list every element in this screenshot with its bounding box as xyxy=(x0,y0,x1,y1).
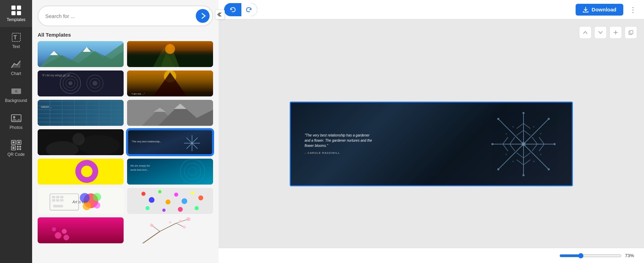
download-label: Download xyxy=(592,7,616,12)
template-thumb-2[interactable] xyxy=(127,41,213,67)
svg-rect-1 xyxy=(17,6,21,10)
sidebar-item-chart[interactable]: Chart xyxy=(0,54,32,81)
template-thumb-14[interactable] xyxy=(127,217,213,243)
svg-rect-111 xyxy=(38,217,124,243)
template-thumb-8[interactable]: "The very best relationship... xyxy=(127,129,213,155)
svg-point-102 xyxy=(165,199,170,204)
sidebar-item-photos[interactable]: Photos xyxy=(0,108,32,135)
download-button[interactable]: Download xyxy=(576,4,623,16)
svg-text:Art is Life: Art is Life xyxy=(72,200,88,204)
svg-point-39 xyxy=(93,81,97,86)
svg-line-133 xyxy=(517,123,523,129)
svg-text:We are simply the: We are simply the xyxy=(130,165,150,167)
svg-point-105 xyxy=(191,191,194,195)
undo-redo-group xyxy=(224,3,257,16)
svg-point-150 xyxy=(522,143,525,145)
svg-point-103 xyxy=(174,192,178,197)
template-thumb-9[interactable] xyxy=(38,159,124,185)
collapse-panel-button[interactable] xyxy=(215,10,225,19)
sidebar-item-qrcode[interactable]: QR Code xyxy=(0,135,32,162)
svg-line-148 xyxy=(532,144,537,151)
slide-background: "The very best relationship has a garden… xyxy=(291,103,572,185)
panel-header xyxy=(32,0,219,29)
sidebar-item-label: Background xyxy=(5,98,27,103)
svg-point-157 xyxy=(548,118,550,120)
template-thumb-11[interactable]: Art is Life xyxy=(38,188,124,214)
template-thumb-10[interactable]: We are simply the world best tech... xyxy=(127,159,213,185)
svg-point-101 xyxy=(158,190,161,193)
zoom-slider[interactable] xyxy=(559,253,622,259)
svg-point-36 xyxy=(68,81,73,85)
zoom-label: 73% xyxy=(625,253,637,258)
toolbar-left xyxy=(224,3,257,16)
svg-point-106 xyxy=(198,195,203,200)
svg-point-66 xyxy=(79,135,120,155)
svg-line-140 xyxy=(523,153,530,158)
svg-point-88 xyxy=(94,202,100,208)
sidebar-item-text[interactable]: T Text xyxy=(0,27,32,54)
slide-canvas[interactable]: "The very best relationship has a garden… xyxy=(290,102,573,186)
svg-rect-20 xyxy=(19,148,21,150)
svg-point-112 xyxy=(55,232,61,239)
svg-point-124 xyxy=(183,226,186,229)
panel-title: All Templates xyxy=(32,29,219,41)
svg-point-158 xyxy=(497,168,499,170)
svg-rect-96 xyxy=(53,205,63,207)
template-thumb-7[interactable] xyxy=(38,129,124,155)
svg-point-8 xyxy=(15,90,18,93)
svg-point-123 xyxy=(150,224,153,227)
svg-point-108 xyxy=(162,208,165,212)
sidebar-item-templates[interactable]: Templates xyxy=(0,0,32,27)
slide-down-button[interactable] xyxy=(594,26,607,39)
svg-text:"I am not ...": "I am not ..." xyxy=(131,93,145,95)
template-thumb-5[interactable]: nature ... xyxy=(38,100,124,126)
svg-point-100 xyxy=(149,197,155,203)
svg-rect-18 xyxy=(19,146,21,148)
sidebar-item-label: Text xyxy=(12,44,20,49)
sidebar-item-label: Templates xyxy=(7,17,26,22)
template-thumb-13[interactable] xyxy=(38,217,124,243)
svg-rect-3 xyxy=(17,11,21,15)
template-thumb-1[interactable] xyxy=(38,41,124,67)
template-thumb-4[interactable]: "I am not ..." xyxy=(127,71,213,96)
svg-rect-95 xyxy=(60,199,63,201)
slide-up-button[interactable] xyxy=(579,26,592,39)
search-input[interactable] xyxy=(45,13,193,19)
svg-point-160 xyxy=(533,126,535,128)
svg-point-161 xyxy=(512,161,514,162)
svg-point-159 xyxy=(512,126,514,128)
svg-line-135 xyxy=(517,130,523,135)
canvas-container: "The very best relationship has a garden… xyxy=(219,19,644,248)
redo-button[interactable] xyxy=(241,3,257,16)
svg-point-109 xyxy=(178,207,183,212)
canvas-area: Download ⋮ xyxy=(219,0,644,263)
svg-line-137 xyxy=(517,160,523,165)
template-thumb-6[interactable] xyxy=(127,100,213,126)
svg-point-10 xyxy=(13,116,15,118)
undo-button[interactable] xyxy=(224,3,241,16)
svg-line-147 xyxy=(532,137,537,144)
svg-point-104 xyxy=(182,198,188,204)
svg-point-152 xyxy=(522,174,525,176)
chart-icon xyxy=(11,59,22,70)
svg-text:world best tech...: world best tech... xyxy=(130,169,149,171)
snowflake-decoration xyxy=(489,110,558,179)
more-options-button[interactable]: ⋮ xyxy=(627,4,638,15)
svg-point-76 xyxy=(81,166,93,177)
svg-line-145 xyxy=(539,137,544,144)
slide-copy-button[interactable] xyxy=(625,26,637,39)
svg-line-146 xyxy=(539,144,544,151)
template-thumb-3[interactable]: "if I let my wings go of ... xyxy=(38,71,124,96)
slide-add-button[interactable] xyxy=(609,26,622,39)
slide-quote: "The very best relationship has a garden… xyxy=(305,133,374,156)
svg-rect-91 xyxy=(56,196,59,198)
svg-point-31 xyxy=(165,44,175,54)
sidebar-item-background[interactable]: Background xyxy=(0,81,32,108)
template-thumb-12[interactable] xyxy=(127,188,213,214)
svg-rect-16 xyxy=(12,147,15,149)
svg-point-153 xyxy=(491,143,493,145)
svg-text:nature ...: nature ... xyxy=(41,105,52,109)
svg-rect-92 xyxy=(60,196,63,198)
search-button[interactable] xyxy=(196,9,210,23)
svg-point-162 xyxy=(533,161,535,162)
